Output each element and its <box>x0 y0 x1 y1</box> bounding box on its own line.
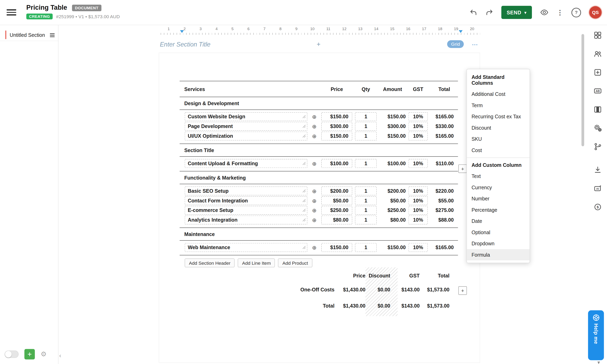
scroll-down-icon[interactable]: ▼ <box>597 360 601 364</box>
right-indent-marker[interactable] <box>459 30 462 33</box>
price-input[interactable]: $50.00 <box>321 196 352 205</box>
gst-input[interactable]: 10% <box>409 196 428 205</box>
line-item-name-input[interactable]: Web Maintenance <box>185 243 307 252</box>
qty-input[interactable]: 1 <box>355 122 377 131</box>
main-menu-icon[interactable] <box>7 9 16 15</box>
collapse-sidebar-icon[interactable]: ‹ <box>59 352 61 359</box>
line-item-name-input[interactable]: Contact Form Integration <box>185 196 307 205</box>
qty-input[interactable]: 1 <box>355 196 377 205</box>
text-field-icon[interactable]: AB <box>594 87 602 95</box>
add-column-button[interactable]: + <box>458 164 467 173</box>
qty-input[interactable]: 1 <box>355 112 377 121</box>
price-input[interactable]: $200.00 <box>321 186 352 195</box>
resize-handle-icon[interactable] <box>302 134 306 138</box>
menu-item-recurring-cost-ex-tax[interactable]: Recurring Cost ex Tax <box>467 111 529 122</box>
add-row-icon[interactable]: ⊕ <box>310 207 319 214</box>
add-summary-column-button[interactable]: + <box>458 286 467 295</box>
add-product-button[interactable]: Add Product <box>278 259 312 267</box>
menu-item-currency[interactable]: Currency <box>467 182 529 193</box>
left-indent-marker[interactable] <box>180 30 184 33</box>
gst-input[interactable]: 10% <box>409 122 428 131</box>
section-header-row[interactable]: Section Title <box>180 144 458 157</box>
add-row-icon[interactable]: ⊕ <box>310 114 319 120</box>
resize-handle-icon[interactable] <box>302 189 306 193</box>
price-input[interactable]: $250.00 <box>321 206 352 215</box>
section-title-input[interactable]: Enter Section Title <box>160 41 211 48</box>
gear-icon[interactable]: ⚙ <box>41 351 47 358</box>
gst-input[interactable]: 10% <box>409 206 428 215</box>
help-me-button[interactable]: Help me <box>588 310 604 360</box>
menu-item-dropdown[interactable]: Dropdown <box>467 238 529 249</box>
add-row-icon[interactable]: ⊕ <box>310 160 319 167</box>
menu-item-cost[interactable]: Cost <box>467 145 529 156</box>
add-block-icon[interactable] <box>594 68 602 77</box>
gst-input[interactable]: 10% <box>409 112 428 121</box>
gst-input[interactable]: 10% <box>409 159 428 168</box>
add-row-icon[interactable]: ⊕ <box>310 123 319 130</box>
line-item-name-input[interactable]: Analytics Integration <box>185 216 307 224</box>
menu-item-percentage[interactable]: Percentage <box>467 204 529 215</box>
menu-item-term[interactable]: Term <box>467 100 529 111</box>
download-icon[interactable] <box>594 166 602 174</box>
qty-input[interactable]: 1 <box>355 216 377 224</box>
menu-item-date[interactable]: Date <box>467 216 529 227</box>
drag-handle-icon[interactable] <box>50 33 55 37</box>
resize-handle-icon[interactable] <box>302 125 306 128</box>
ai-assistant-icon[interactable]: AI <box>594 184 602 193</box>
gst-input[interactable]: 10% <box>409 216 428 224</box>
undo-icon[interactable] <box>470 9 477 16</box>
qty-input[interactable]: 1 <box>355 206 377 215</box>
gst-input[interactable]: 10% <box>409 132 428 141</box>
add-row-icon[interactable]: ⊕ <box>310 244 319 250</box>
menu-item-optional[interactable]: Optional <box>467 227 529 238</box>
add-row-icon[interactable]: ⊕ <box>310 188 319 194</box>
price-input[interactable]: $150.00 <box>321 112 352 121</box>
line-item-name-input[interactable]: E-commerce Setup <box>185 206 307 215</box>
menu-item-additional-cost[interactable]: Additional Cost <box>467 89 529 100</box>
vertical-scrollbar[interactable] <box>581 34 584 146</box>
line-item-name-input[interactable]: Custom Website Design <box>185 112 307 121</box>
pricing-table-block[interactable]: ServicesPriceQtyAmountGSTTotal Design & … <box>180 81 458 267</box>
line-item-name-input[interactable]: Basic SEO Setup <box>185 186 307 195</box>
line-item-name-input[interactable]: Page Development <box>185 122 307 131</box>
menu-item-sku[interactable]: SKU <box>467 133 529 144</box>
resize-handle-icon[interactable] <box>302 162 306 165</box>
add-line-item-button[interactable]: Add Line Item <box>238 259 275 267</box>
more-options-icon[interactable]: ⋮ <box>557 8 563 16</box>
avatar[interactable]: QS <box>589 6 602 19</box>
resize-handle-icon[interactable] <box>302 115 306 118</box>
redo-icon[interactable] <box>485 9 493 16</box>
menu-item-number[interactable]: Number <box>467 193 529 204</box>
page-title[interactable]: Pricing Table <box>26 4 67 12</box>
content-blocks-icon[interactable] <box>594 31 602 39</box>
qty-input[interactable]: 1 <box>355 243 377 252</box>
qty-input[interactable]: 1 <box>355 132 377 141</box>
payment-icon[interactable]: $ <box>594 203 602 211</box>
add-section-header-button[interactable]: Add Section Header <box>185 259 235 267</box>
help-icon[interactable]: ? <box>571 8 581 17</box>
line-item-name-input[interactable]: UI/UX Optimization <box>185 132 307 141</box>
resize-handle-icon[interactable] <box>302 246 306 249</box>
price-input[interactable]: $300.00 <box>321 122 352 131</box>
gst-input[interactable]: 10% <box>409 243 428 252</box>
add-row-icon[interactable]: ⊕ <box>310 217 319 223</box>
price-input[interactable]: $80.00 <box>321 216 352 224</box>
sidebar-toggle[interactable] <box>5 351 19 358</box>
add-row-icon[interactable]: ⊕ <box>310 197 319 204</box>
menu-item-formula[interactable]: Formula <box>467 249 529 260</box>
qty-input[interactable]: 1 <box>355 159 377 168</box>
add-section-button[interactable]: + <box>25 349 35 360</box>
menu-item-discount[interactable]: Discount <box>467 122 529 133</box>
section-more-icon[interactable]: ⋯ <box>472 41 478 48</box>
workflow-branch-icon[interactable] <box>594 142 602 151</box>
resize-handle-icon[interactable] <box>302 199 306 202</box>
send-button[interactable]: SEND ▾ <box>501 6 532 19</box>
section-header-row[interactable]: Maintenance <box>180 228 458 241</box>
section-header-row[interactable]: Design & Development <box>180 97 458 110</box>
grid-badge[interactable]: Grid <box>447 40 464 48</box>
qty-input[interactable]: 1 <box>355 186 377 195</box>
sidebar-item-untitled-section[interactable]: Untitled Section <box>0 30 58 41</box>
add-row-icon[interactable]: ⊕ <box>310 133 319 139</box>
price-input[interactable]: $150.00 <box>321 243 352 252</box>
settings-gears-icon[interactable] <box>594 124 602 132</box>
